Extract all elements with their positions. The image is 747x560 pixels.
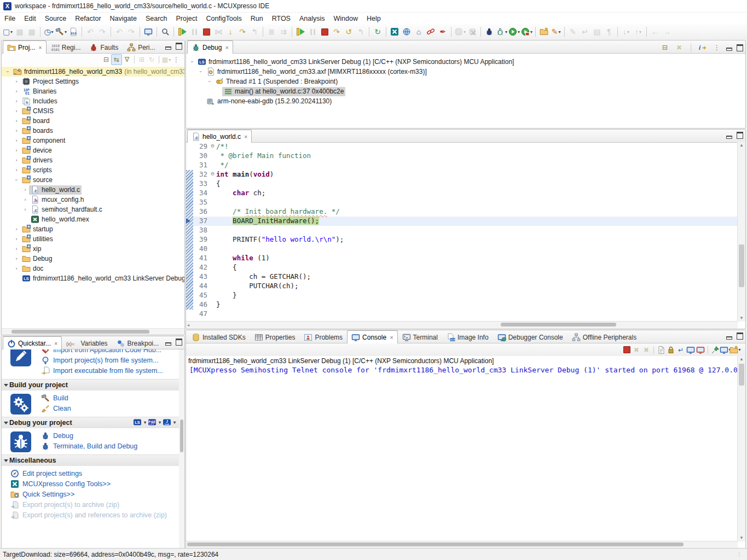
clear-console-button[interactable] [656, 345, 666, 355]
maximize-panel-button[interactable] [176, 339, 182, 346]
tab-installed-sdks[interactable]: Installed SDKs [187, 331, 250, 343]
chevron-right-icon[interactable]: › [13, 118, 20, 124]
view-menu-button[interactable]: ⋮ [171, 55, 181, 65]
chevron-right-icon[interactable]: › [13, 158, 20, 163]
tree-item-boards[interactable]: ›boards [2, 126, 184, 136]
scroll-thumb[interactable] [180, 419, 183, 452]
code-line-29[interactable]: 29⊖/*! [186, 142, 738, 151]
tree-item-thread-1-1-suspended-breakpoint[interactable]: ›Thread #1 1 (Suspended : Breakpoint) [186, 77, 745, 86]
code-line-39[interactable]: 39 PRINTF("hello world.\r\n"); [186, 235, 738, 244]
chevron-right-icon[interactable]: › [13, 167, 20, 173]
chevron-down-icon[interactable]: › [207, 78, 212, 85]
tab-debugger-console[interactable]: Debugger Console [493, 331, 568, 343]
console-hscrollbar[interactable] [186, 541, 738, 549]
tree-item-frdmimxrt1186-hello-world-cm33[interactable]: ›Cfrdmimxrt1186_hello_world_cm33 (in hel… [2, 67, 184, 77]
word-wrap-console-button[interactable]: ↵ [676, 345, 686, 355]
menu-source[interactable]: Source [40, 14, 71, 24]
remote-console-button[interactable] [142, 26, 154, 38]
menu-project[interactable]: Project [172, 14, 202, 24]
tree-item-project-settings[interactable]: ›Project Settings [2, 77, 184, 86]
menu-help[interactable]: Help [362, 14, 385, 24]
menu-navigate[interactable]: Navigate [106, 14, 141, 24]
project-explorer-hscrollbar[interactable] [2, 328, 184, 335]
tree-item-hello-world-c[interactable]: ›.chello_world.c [2, 185, 184, 195]
tab-image-info[interactable]: 010Image Info [442, 331, 493, 343]
tab-properties[interactable]: Properties [250, 331, 300, 343]
link-button[interactable] [425, 26, 437, 38]
collapse-all-button[interactable]: ⊟ [101, 55, 111, 65]
code-line-45[interactable]: 45 } [186, 291, 738, 300]
code-line-37[interactable]: 37 BOARD_InitHardware(); [186, 217, 738, 226]
marker-pen-button[interactable]: ✎▾ [550, 26, 562, 38]
resume-button[interactable] [176, 26, 188, 38]
tree-item-binaries[interactable]: ›1001Binaries [2, 86, 184, 96]
tree-item-frdmimxrt1186-hello-world-cm33-linkserve[interactable]: ›LSfrdmimxrt1186_hello_world_cm33 LinkSe… [186, 57, 745, 67]
filter-button[interactable]: ∇ [122, 55, 132, 65]
chevron-right-icon[interactable]: › [13, 108, 20, 114]
quickstart-link-build[interactable]: Build [41, 393, 179, 403]
tree-item-board[interactable]: ›board [2, 116, 184, 126]
quickstart-link-edit-project-settings[interactable]: Edit project settings [10, 468, 179, 479]
tree-item-semihost-hardfault-c[interactable]: ›.csemihost_hardfault.c [2, 205, 184, 214]
launch-configurations-button[interactable]: ◷▾ [43, 26, 55, 38]
tree-item-doc[interactable]: ›doc [2, 264, 184, 273]
quickstart-link-import-executable-from-file-system[interactable]: Import executable from file system... [41, 365, 179, 376]
pin-console-button[interactable] [710, 345, 720, 355]
chevron-down-icon[interactable]: › [5, 68, 10, 75]
tree-item-hello-world-mex[interactable]: hello_world.mex [2, 214, 184, 224]
code-line-43[interactable]: 43 ch = GETCHAR(); [186, 272, 738, 282]
close-tab-icon[interactable]: × [225, 44, 228, 51]
tree-item-arm-none-eabi-gdb-15-2-90-20241130[interactable]: arm-none-eabi-gdb (15.2.90.20241130) [186, 96, 745, 106]
menu-file[interactable]: File [0, 14, 20, 24]
tree-item-debug[interactable]: ›Debug [2, 254, 184, 264]
scroll-down-icon[interactable]: ▼ [738, 535, 745, 541]
show-on-stderr-button[interactable] [696, 345, 705, 355]
scroll-up-icon[interactable]: ▲ [738, 142, 745, 149]
open-config-folder-button[interactable] [538, 26, 550, 38]
new-wizard-button[interactable]: ▢▾ [2, 26, 14, 38]
menu-search[interactable]: Search [141, 14, 172, 24]
tree-item-includes[interactable]: ›hIncludes [2, 96, 184, 106]
tab-offline-peripherals[interactable]: Offline Peripherals [568, 331, 641, 343]
chevron-right-icon[interactable]: › [13, 138, 20, 143]
code-line-34[interactable]: 34 char ch; [186, 189, 738, 198]
tree-item-scripts[interactable]: ›scripts [2, 165, 184, 175]
tab-proj[interactable]: Proj...× [3, 40, 47, 54]
restart-all-button[interactable]: ↺ [343, 26, 355, 38]
editor-vscrollbar[interactable]: ▲ ▼ [737, 142, 745, 322]
chevron-right-icon[interactable]: › [13, 98, 20, 104]
quickstart-link-quick-settings[interactable]: Quick Settings>> [10, 489, 179, 499]
quickstart-section-miscellaneous[interactable]: Miscellaneous [2, 454, 179, 466]
chevron-right-icon[interactable]: › [13, 128, 20, 133]
tree-item-xip[interactable]: ›xip [2, 244, 184, 254]
chevron-right-icon[interactable]: › [13, 226, 20, 232]
tab-breakpoi[interactable]: Breakpoi... [112, 337, 163, 349]
code-line-38[interactable]: 38 [186, 226, 738, 235]
tree-item-startup[interactable]: ›startup [2, 224, 184, 234]
close-tab-icon[interactable]: × [244, 133, 247, 140]
chevron-right-icon[interactable]: › [21, 187, 29, 192]
quickstart-section-build-your-project[interactable]: Build your project [2, 379, 179, 390]
editor-hscrollbar[interactable]: ◂ [186, 321, 738, 329]
display-selected-console-button[interactable]: ▾ [720, 345, 730, 355]
tab-regi[interactable]: 10100101Regi... [47, 41, 85, 53]
maximize-panel-button[interactable] [737, 44, 743, 51]
tree-item-component[interactable]: ›component [2, 136, 184, 145]
globe-button[interactable] [401, 26, 413, 38]
step-over-all-button[interactable]: ↷ [331, 26, 343, 38]
tree-item-source[interactable]: ›source [2, 175, 184, 185]
scroll-thumb[interactable] [739, 244, 744, 287]
menu-window[interactable]: Window [329, 14, 362, 24]
config-tools-button[interactable] [389, 26, 401, 38]
code-line-36[interactable]: 36 /* Init board hardware. */ [186, 207, 738, 217]
restart-button[interactable]: ↻ [372, 26, 384, 38]
tab-faults[interactable]: Faults [85, 41, 123, 53]
menu-refactor[interactable]: Refactor [71, 14, 105, 24]
terminate-button[interactable] [622, 345, 632, 355]
fold-collapse-icon[interactable]: ⊖ [209, 170, 216, 179]
minimize-panel-button[interactable] [165, 342, 171, 346]
code-line-42[interactable]: 42 { [186, 263, 738, 272]
fold-collapse-icon[interactable]: ⊖ [209, 142, 216, 151]
quickstart-link-import-project-s-from-file-system[interactable]: Import project(s) from file system... [41, 355, 179, 365]
show-full-paths-button[interactable]: i [698, 43, 708, 52]
